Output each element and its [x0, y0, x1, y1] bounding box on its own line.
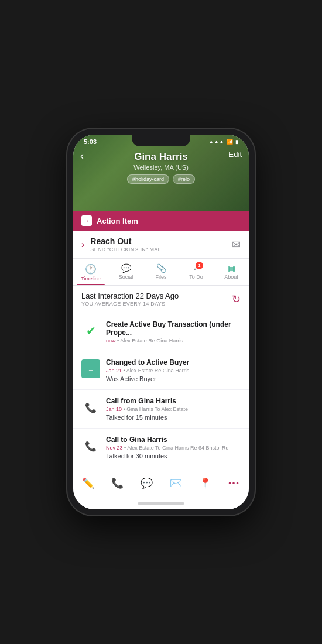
- battery-icon: ▮: [235, 139, 238, 145]
- scroll-content[interactable]: Last Interaction 22 Days Ago YOU AVERAGE…: [73, 286, 249, 471]
- tab-about[interactable]: ▦ About: [214, 259, 249, 285]
- status-icons: ▲▲▲ 📶 ▮: [208, 139, 238, 145]
- tag-holiday-card[interactable]: #holiday-card: [127, 174, 169, 184]
- nav-call-button[interactable]: 📞: [102, 477, 132, 489]
- timeline-title-2: Changed to Active Buyer: [106, 358, 241, 366]
- timeline-date-2: Jan 21: [106, 368, 122, 374]
- timeline-date-3: Jan 10: [106, 406, 122, 412]
- reach-out-text: Reach Out SEND "CHECKING IN" MAIL: [90, 237, 232, 252]
- timeline-item[interactable]: 📞 Call to Gina Harris Nov 23 • Alex Esta…: [73, 429, 249, 467]
- social-icon: 💬: [121, 263, 131, 273]
- timeline-person-4: • Alex Estate To Gina Harris Re 64 Brist…: [124, 445, 229, 451]
- timeline-body-1: Create Active Buy Transaction (under Pro…: [106, 320, 241, 344]
- edit-button[interactable]: Edit: [229, 150, 242, 159]
- action-item-icon: →: [81, 215, 92, 226]
- tab-files-label: Files: [155, 274, 166, 280]
- action-item-bar[interactable]: → Action Item: [73, 211, 249, 231]
- timeline-body-4: Call to Gina Harris Nov 23 • Alex Estate…: [106, 436, 241, 460]
- tag-relo[interactable]: #relo: [173, 174, 195, 184]
- timeline-item[interactable]: 📞 Call from Gina Harris Jan 10 • Gina Ha…: [73, 390, 249, 429]
- reach-out-chevron-icon: ›: [81, 239, 84, 250]
- reach-out-subtitle: SEND "CHECKING IN" MAIL: [90, 246, 232, 252]
- timeline-desc-2: Was Active Buyer: [106, 375, 241, 382]
- contact-location: Wellesley, MA (US): [133, 164, 189, 171]
- timeline-date-4: Nov 23: [106, 445, 123, 451]
- timeline-meta-4: Nov 23 • Alex Estate To Gina Harris Re 6…: [106, 445, 241, 451]
- phone-screen: 5:03 ▲▲▲ 📶 ▮ ‹ Edit Gina Harris Wellesle…: [73, 135, 249, 509]
- tab-social-label: Social: [119, 274, 133, 280]
- last-interaction-sub: YOU AVERAGE EVERY 14 DAYS: [81, 301, 179, 307]
- timeline-title-3: Call from Gina Harris: [106, 397, 241, 405]
- tab-todo[interactable]: ✓ 1 To Do: [179, 259, 214, 285]
- wifi-icon: 📶: [227, 139, 233, 145]
- tab-timeline-label: Timeline: [81, 276, 101, 282]
- timeline-desc-4: Talked for 30 minutes: [106, 453, 241, 460]
- nav-edit-button[interactable]: ✏️: [73, 477, 102, 489]
- tab-todo-label: To Do: [189, 274, 203, 280]
- todo-badge: 1: [196, 262, 203, 269]
- reach-out-title: Reach Out: [90, 237, 232, 246]
- call-out-icon: 📞: [81, 437, 100, 455]
- timeline-meta-2: Jan 21 • Alex Estate Re Gina Harris: [106, 368, 241, 374]
- contact-tags: #holiday-card #relo: [127, 174, 195, 184]
- timeline-date-1: now: [106, 338, 116, 344]
- signal-icon: ▲▲▲: [208, 139, 224, 145]
- tab-bar: 🕐 Timeline 💬 Social 📎 Files ✓ 1 To Do ▦ …: [73, 259, 249, 286]
- notch: [132, 135, 190, 146]
- contact-name: Gina Harris: [134, 151, 188, 163]
- timeline-person-1: • Alex Estate Re Gina Harris: [117, 338, 183, 344]
- timeline-person-2: • Alex Estate Re Gina Harris: [124, 368, 190, 374]
- refresh-icon[interactable]: ↻: [232, 293, 241, 306]
- home-indicator: [73, 498, 249, 509]
- tab-social[interactable]: 💬 Social: [108, 259, 143, 285]
- mail-icon[interactable]: ✉: [232, 238, 241, 251]
- nav-message-button[interactable]: 💬: [132, 477, 161, 489]
- timeline-meta-1: now • Alex Estate Re Gina Harris: [106, 338, 241, 344]
- action-item-label: Action Item: [97, 217, 138, 225]
- last-interaction-main: Last Interaction 22 Days Ago: [81, 292, 179, 300]
- nav-mail-button[interactable]: ✉️: [161, 477, 190, 489]
- timeline-person-3: • Gina Harris To Alex Estate: [124, 406, 189, 412]
- timeline-body-3: Call from Gina Harris Jan 10 • Gina Harr…: [106, 397, 241, 421]
- call-in-icon: 📞: [81, 398, 100, 417]
- nav-more-button[interactable]: •••: [220, 477, 249, 489]
- home-bar: [138, 502, 184, 505]
- check-icon: ✔: [81, 321, 100, 340]
- bottom-nav: ✏️ 📞 💬 ✉️ 📍 •••: [73, 471, 249, 498]
- phone-frame: 5:03 ▲▲▲ 📶 ▮ ‹ Edit Gina Harris Wellesle…: [67, 129, 255, 515]
- timeline-title-1: Create Active Buy Transaction (under Pro…: [106, 320, 241, 337]
- reach-out-row[interactable]: › Reach Out SEND "CHECKING IN" MAIL ✉: [73, 231, 249, 259]
- last-interaction-bar: Last Interaction 22 Days Ago YOU AVERAGE…: [73, 286, 249, 313]
- timeline-body-2: Changed to Active Buyer Jan 21 • Alex Es…: [106, 358, 241, 382]
- back-button[interactable]: ‹: [80, 150, 84, 162]
- files-icon: 📎: [156, 263, 166, 273]
- timeline-item[interactable]: ≡ Changed to Active Buyer Jan 21 • Alex …: [73, 351, 249, 390]
- timeline-item[interactable]: ✔ Create Active Buy Transaction (under P…: [73, 313, 249, 351]
- timeline-icon: 🕐: [85, 263, 97, 275]
- last-interaction-text: Last Interaction 22 Days Ago YOU AVERAGE…: [81, 292, 179, 307]
- about-icon: ▦: [228, 263, 235, 273]
- timeline-title-4: Call to Gina Harris: [106, 436, 241, 444]
- doc-icon: ≡: [81, 359, 100, 378]
- timeline-desc-3: Talked for 15 minutes: [106, 414, 241, 421]
- tab-timeline[interactable]: 🕐 Timeline: [73, 259, 108, 285]
- tab-about-label: About: [224, 274, 238, 280]
- timeline-meta-3: Jan 10 • Gina Harris To Alex Estate: [106, 406, 241, 412]
- status-time: 5:03: [84, 138, 97, 145]
- tab-files[interactable]: 📎 Files: [143, 259, 179, 285]
- nav-location-button[interactable]: 📍: [190, 477, 220, 489]
